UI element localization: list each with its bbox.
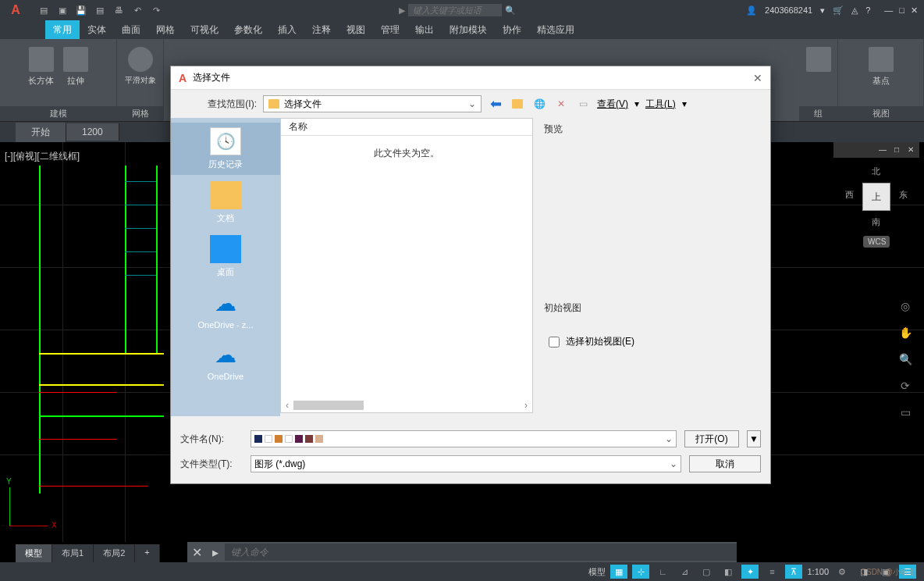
ribbon-tab[interactable]: 实体: [80, 20, 114, 39]
basepoint-button[interactable]: 基点: [866, 47, 896, 87]
open-icon[interactable]: ▣: [55, 2, 70, 18]
3dosnap-icon[interactable]: ◧: [720, 565, 737, 579]
ribbon-tab[interactable]: 可视化: [183, 20, 226, 39]
initial-view-checkbox[interactable]: 选择初始视图(E): [544, 319, 762, 364]
layout-tab-add[interactable]: +: [135, 544, 159, 562]
scroll-right-icon[interactable]: ›: [524, 400, 528, 411]
layout-tab[interactable]: 布局2: [94, 544, 135, 562]
open-button[interactable]: 打开(O): [684, 430, 739, 447]
vc-restore-icon[interactable]: □: [891, 144, 902, 155]
horizontal-scrollbar[interactable]: ‹ ›: [281, 398, 532, 412]
snap-icon[interactable]: ⊹: [632, 565, 649, 579]
ribbon-tab[interactable]: 常用: [45, 20, 80, 39]
zoom-icon[interactable]: 🔍: [896, 350, 915, 369]
layout-tab-model[interactable]: 模型: [16, 544, 52, 562]
search-input[interactable]: [408, 4, 502, 16]
orbit-icon[interactable]: ⟳: [896, 376, 915, 395]
scroll-thumb[interactable]: [293, 401, 364, 410]
ribbon-tab[interactable]: 网格: [148, 20, 183, 39]
sidebar-item-desktop[interactable]: 桌面: [171, 230, 280, 283]
tpy-icon[interactable]: ⊼: [785, 565, 802, 579]
view-button[interactable]: 查看(V): [597, 98, 628, 111]
scroll-left-icon[interactable]: ‹: [286, 400, 289, 411]
vc-close-icon[interactable]: ✕: [905, 144, 916, 155]
vc-minimize-icon[interactable]: —: [877, 144, 888, 155]
chevron-down-icon[interactable]: ⌄: [665, 433, 673, 444]
user-icon[interactable]: 👤: [746, 5, 757, 16]
app-switcher-icon[interactable]: ◬: [851, 5, 858, 16]
showmotion-icon[interactable]: ▭: [896, 403, 915, 422]
back-icon[interactable]: ⬅: [488, 96, 503, 112]
cube-east[interactable]: 东: [899, 189, 908, 201]
delete-icon[interactable]: ✕: [553, 96, 569, 112]
filetype-combo[interactable]: 图形 (*.dwg) ⌄: [251, 455, 681, 472]
filename-input[interactable]: ⌄: [251, 430, 677, 447]
doc-tab-start[interactable]: 开始: [16, 123, 66, 142]
username-label[interactable]: 2403668241: [765, 5, 812, 15]
osnap-icon[interactable]: ▢: [698, 565, 715, 579]
col-header-name[interactable]: 名称: [281, 119, 532, 136]
ribbon-tab[interactable]: 参数化: [226, 20, 270, 39]
cart-icon[interactable]: 🛒: [833, 5, 844, 16]
cmd-close-icon[interactable]: ✕: [187, 545, 206, 560]
checkbox-input[interactable]: [549, 337, 560, 348]
print-icon[interactable]: 🖶: [111, 2, 126, 18]
status-scale[interactable]: 1:100: [807, 567, 829, 576]
help-icon[interactable]: ?: [865, 5, 870, 15]
smooth-button[interactable]: 平滑对象: [125, 47, 156, 86]
lwt-icon[interactable]: ≡: [763, 565, 780, 579]
ribbon-tab[interactable]: 曲面: [114, 20, 148, 39]
grid-icon[interactable]: ▦: [610, 565, 627, 579]
cube-north[interactable]: 北: [872, 166, 880, 177]
cancel-button[interactable]: 取消: [689, 455, 761, 472]
chevron-down-icon[interactable]: ⌄: [670, 458, 677, 469]
saveas-icon[interactable]: ▤: [92, 2, 108, 18]
ortho-icon[interactable]: ∟: [654, 565, 671, 579]
lookin-combo[interactable]: 选择文件 ⌄: [263, 95, 482, 112]
sidebar-item-onedrive-z[interactable]: ☁ OneDrive - z...: [171, 284, 280, 334]
doc-tab[interactable]: 1200: [66, 123, 119, 141]
wcs-label[interactable]: WCS: [863, 236, 890, 248]
view-label[interactable]: [-][俯视][二维线框]: [5, 150, 80, 163]
ribbon-tab[interactable]: 注释: [304, 20, 339, 39]
maximize-icon[interactable]: □: [899, 5, 904, 16]
layout-tab[interactable]: 布局1: [52, 544, 94, 562]
close-icon[interactable]: ✕: [911, 5, 918, 16]
pan-icon[interactable]: ✋: [896, 323, 915, 342]
sidebar-item-history[interactable]: 🕓 历史记录: [171, 123, 280, 175]
status-model[interactable]: 模型: [588, 566, 606, 578]
cube-top-face[interactable]: 上: [862, 183, 890, 211]
sidebar-item-onedrive[interactable]: ☁ OneDrive: [171, 336, 280, 386]
newfolder-icon[interactable]: ▭: [575, 96, 591, 112]
web-icon[interactable]: 🌐: [531, 96, 547, 112]
ribbon-tab[interactable]: 输出: [407, 20, 442, 39]
tools-button[interactable]: 工具(L): [645, 98, 676, 111]
polar-icon[interactable]: ⊿: [676, 565, 693, 579]
ribbon-tab[interactable]: 视图: [339, 20, 373, 39]
viewcube[interactable]: 北 南 西 东 上: [845, 166, 908, 228]
dropdown-icon[interactable]: ▾: [682, 98, 687, 109]
save-icon[interactable]: 💾: [73, 2, 89, 18]
minimize-icon[interactable]: —: [884, 5, 893, 16]
redo-icon[interactable]: ↷: [148, 2, 164, 18]
undo-icon[interactable]: ↶: [130, 2, 145, 18]
command-input[interactable]: [225, 544, 737, 561]
file-list[interactable]: 名称 此文件夹为空。 ‹ ›: [280, 118, 533, 413]
extrude-button[interactable]: 拉伸: [61, 47, 91, 87]
search-icon[interactable]: 🔍: [505, 5, 516, 16]
cube-south[interactable]: 南: [872, 216, 880, 228]
gear-icon[interactable]: ⚙: [833, 565, 851, 579]
ribbon-tab[interactable]: 协作: [495, 20, 529, 39]
dialog-close-icon[interactable]: ✕: [753, 72, 762, 84]
open-dropdown-icon[interactable]: ▼: [747, 430, 761, 447]
dropdown-icon[interactable]: ▾: [634, 98, 639, 109]
steering-wheel-icon[interactable]: ◎: [896, 297, 915, 315]
dyn-icon[interactable]: ✦: [741, 565, 759, 579]
box-button[interactable]: 长方体: [27, 47, 56, 87]
ribbon-tab[interactable]: 附加模块: [442, 20, 495, 39]
new-icon[interactable]: ▤: [36, 2, 52, 18]
ribbon-tab[interactable]: 管理: [373, 20, 407, 39]
cmd-handle-icon[interactable]: ▸: [206, 545, 225, 560]
dropdown-icon[interactable]: ▾: [820, 5, 825, 16]
sidebar-item-documents[interactable]: 文档: [171, 176, 280, 229]
